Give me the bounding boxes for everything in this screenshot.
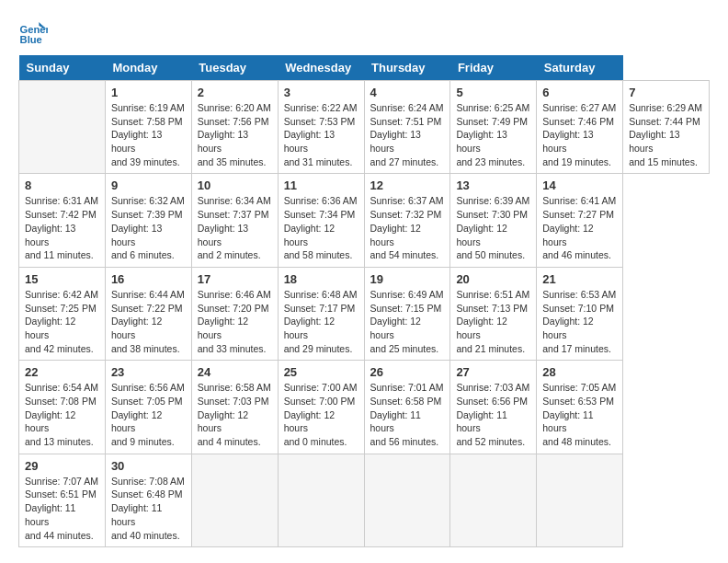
day-header-wednesday: Wednesday [278, 55, 364, 81]
day-cell: 7Sunrise: 6:29 AM Sunset: 7:44 PM Daylig… [623, 81, 710, 174]
day-cell: 9Sunrise: 6:32 AM Sunset: 7:39 PM Daylig… [105, 174, 191, 267]
day-cell: 10Sunrise: 6:34 AM Sunset: 7:37 PM Dayli… [191, 174, 278, 267]
day-info: Sunrise: 6:27 AM Sunset: 7:46 PM Dayligh… [542, 101, 617, 168]
day-cell: 2Sunrise: 6:20 AM Sunset: 7:56 PM Daylig… [191, 81, 278, 174]
day-info: Sunrise: 6:48 AM Sunset: 7:17 PM Dayligh… [284, 288, 358, 355]
day-number: 24 [198, 365, 272, 379]
day-number: 4 [370, 86, 445, 99]
day-cell [364, 454, 450, 546]
day-number: 8 [25, 178, 99, 192]
day-info: Sunrise: 6:39 AM Sunset: 7:30 PM Dayligh… [456, 194, 530, 261]
day-info: Sunrise: 6:31 AM Sunset: 7:42 PM Dayligh… [25, 194, 99, 261]
day-cell [278, 454, 364, 546]
day-cell: 25Sunrise: 7:00 AM Sunset: 7:00 PM Dayli… [278, 361, 364, 454]
svg-text:General: General [20, 24, 48, 35]
day-cell: 19Sunrise: 6:49 AM Sunset: 7:15 PM Dayli… [364, 267, 450, 360]
day-cell: 30Sunrise: 7:08 AM Sunset: 6:48 PM Dayli… [105, 454, 191, 546]
day-cell: 3Sunrise: 6:22 AM Sunset: 7:53 PM Daylig… [278, 81, 364, 174]
day-number: 7 [629, 86, 703, 99]
day-number: 12 [370, 178, 445, 192]
day-cell: 5Sunrise: 6:25 AM Sunset: 7:49 PM Daylig… [450, 81, 537, 174]
day-cell: 27Sunrise: 7:03 AM Sunset: 6:56 PM Dayli… [450, 361, 537, 454]
day-info: Sunrise: 6:51 AM Sunset: 7:13 PM Dayligh… [456, 288, 530, 355]
day-info: Sunrise: 6:41 AM Sunset: 7:27 PM Dayligh… [542, 194, 617, 261]
logo: General Blue [18, 18, 50, 48]
week-row-0: 1Sunrise: 6:19 AM Sunset: 7:58 PM Daylig… [19, 81, 710, 174]
day-cell: 1Sunrise: 6:19 AM Sunset: 7:58 PM Daylig… [105, 81, 191, 174]
day-number: 26 [370, 365, 445, 379]
day-info: Sunrise: 6:22 AM Sunset: 7:53 PM Dayligh… [284, 101, 358, 168]
day-cell [537, 454, 623, 546]
week-row-1: 8Sunrise: 6:31 AM Sunset: 7:42 PM Daylig… [19, 174, 710, 267]
week-row-2: 15Sunrise: 6:42 AM Sunset: 7:25 PM Dayli… [19, 267, 710, 360]
day-info: Sunrise: 7:08 AM Sunset: 6:48 PM Dayligh… [111, 475, 186, 542]
week-row-4: 29Sunrise: 7:07 AM Sunset: 6:51 PM Dayli… [19, 454, 710, 546]
day-info: Sunrise: 6:24 AM Sunset: 7:51 PM Dayligh… [370, 101, 445, 168]
day-info: Sunrise: 6:54 AM Sunset: 7:08 PM Dayligh… [25, 381, 99, 448]
day-info: Sunrise: 7:07 AM Sunset: 6:51 PM Dayligh… [25, 475, 99, 542]
day-number: 9 [111, 178, 186, 192]
day-number: 20 [456, 272, 530, 286]
day-number: 28 [542, 365, 617, 379]
day-cell: 8Sunrise: 6:31 AM Sunset: 7:42 PM Daylig… [19, 174, 106, 267]
day-info: Sunrise: 7:01 AM Sunset: 6:58 PM Dayligh… [370, 381, 445, 448]
day-cell: 11Sunrise: 6:36 AM Sunset: 7:34 PM Dayli… [278, 174, 364, 267]
day-cell: 4Sunrise: 6:24 AM Sunset: 7:51 PM Daylig… [364, 81, 450, 174]
day-number: 29 [25, 459, 99, 473]
day-info: Sunrise: 7:05 AM Sunset: 6:53 PM Dayligh… [542, 381, 617, 448]
day-number: 25 [284, 365, 358, 379]
day-cell: 29Sunrise: 7:07 AM Sunset: 6:51 PM Dayli… [19, 454, 106, 546]
svg-text:Blue: Blue [20, 34, 42, 45]
day-number: 19 [370, 272, 445, 286]
day-number: 11 [284, 178, 358, 192]
day-header-sunday: Sunday [19, 55, 106, 81]
day-info: Sunrise: 7:03 AM Sunset: 6:56 PM Dayligh… [456, 381, 530, 448]
day-cell [450, 454, 537, 546]
day-cell [19, 81, 106, 174]
day-info: Sunrise: 6:42 AM Sunset: 7:25 PM Dayligh… [25, 288, 99, 355]
day-header-saturday: Saturday [537, 55, 623, 81]
calendar-table: SundayMondayTuesdayWednesdayThursdayFrid… [18, 55, 710, 547]
day-info: Sunrise: 7:00 AM Sunset: 7:00 PM Dayligh… [284, 381, 358, 448]
day-number: 17 [198, 272, 272, 286]
day-cell: 24Sunrise: 6:58 AM Sunset: 7:03 PM Dayli… [191, 361, 278, 454]
day-cell: 17Sunrise: 6:46 AM Sunset: 7:20 PM Dayli… [191, 267, 278, 360]
day-header-thursday: Thursday [364, 55, 450, 81]
day-number: 21 [542, 272, 617, 286]
day-info: Sunrise: 6:37 AM Sunset: 7:32 PM Dayligh… [370, 194, 445, 261]
day-info: Sunrise: 6:53 AM Sunset: 7:10 PM Dayligh… [542, 288, 617, 355]
day-number: 27 [456, 365, 530, 379]
day-number: 15 [25, 272, 99, 286]
day-number: 6 [542, 86, 617, 99]
day-cell: 16Sunrise: 6:44 AM Sunset: 7:22 PM Dayli… [105, 267, 191, 360]
day-header-monday: Monday [105, 55, 191, 81]
day-cell: 21Sunrise: 6:53 AM Sunset: 7:10 PM Dayli… [537, 267, 623, 360]
day-number: 14 [542, 178, 617, 192]
day-info: Sunrise: 6:25 AM Sunset: 7:49 PM Dayligh… [456, 101, 530, 168]
calendar-header-row: SundayMondayTuesdayWednesdayThursdayFrid… [19, 55, 710, 81]
day-cell: 6Sunrise: 6:27 AM Sunset: 7:46 PM Daylig… [537, 81, 623, 174]
day-info: Sunrise: 6:36 AM Sunset: 7:34 PM Dayligh… [284, 194, 358, 261]
day-cell: 20Sunrise: 6:51 AM Sunset: 7:13 PM Dayli… [450, 267, 537, 360]
day-number: 1 [111, 86, 186, 99]
day-info: Sunrise: 6:29 AM Sunset: 7:44 PM Dayligh… [629, 101, 703, 168]
day-number: 16 [111, 272, 186, 286]
day-cell: 15Sunrise: 6:42 AM Sunset: 7:25 PM Dayli… [19, 267, 106, 360]
day-info: Sunrise: 6:19 AM Sunset: 7:58 PM Dayligh… [111, 101, 186, 168]
day-info: Sunrise: 6:49 AM Sunset: 7:15 PM Dayligh… [370, 288, 445, 355]
day-cell: 13Sunrise: 6:39 AM Sunset: 7:30 PM Dayli… [450, 174, 537, 267]
day-number: 13 [456, 178, 530, 192]
day-info: Sunrise: 6:44 AM Sunset: 7:22 PM Dayligh… [111, 288, 186, 355]
day-cell: 12Sunrise: 6:37 AM Sunset: 7:32 PM Dayli… [364, 174, 450, 267]
day-info: Sunrise: 6:58 AM Sunset: 7:03 PM Dayligh… [198, 381, 272, 448]
day-number: 23 [111, 365, 186, 379]
day-number: 5 [456, 86, 530, 99]
day-number: 3 [284, 86, 358, 99]
day-cell: 22Sunrise: 6:54 AM Sunset: 7:08 PM Dayli… [19, 361, 106, 454]
day-header-friday: Friday [450, 55, 537, 81]
week-row-3: 22Sunrise: 6:54 AM Sunset: 7:08 PM Dayli… [19, 361, 710, 454]
day-header-tuesday: Tuesday [191, 55, 278, 81]
day-cell: 18Sunrise: 6:48 AM Sunset: 7:17 PM Dayli… [278, 267, 364, 360]
day-info: Sunrise: 6:20 AM Sunset: 7:56 PM Dayligh… [198, 101, 272, 168]
day-cell [191, 454, 278, 546]
